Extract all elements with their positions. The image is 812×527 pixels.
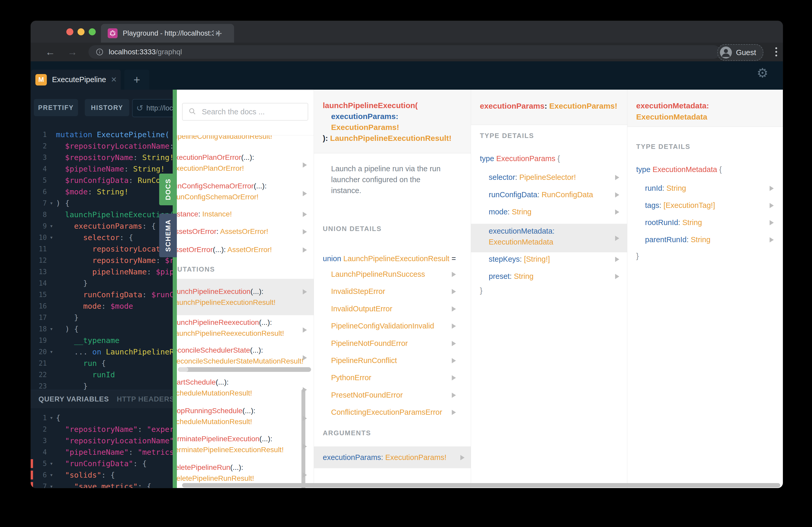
field-name: selector <box>489 173 515 181</box>
profile-button[interactable]: Guest <box>717 44 763 61</box>
union-member-InvalidStepError[interactable]: InvalidStepError <box>331 286 466 297</box>
query-editor[interactable]: 1mutation ExecutePipeline(2 $repositoryL… <box>31 120 173 390</box>
field-description: Launch a pipeline run via the run launch… <box>331 163 451 196</box>
docs-item-assetsOrError[interactable]: assetsOrError: AssetsOrError! <box>177 226 314 237</box>
history-button[interactable]: HISTORY <box>85 99 129 116</box>
code-text: runConfigData: $runConfigData <box>56 289 173 300</box>
tab-schema[interactable]: SCHEMA <box>159 214 177 257</box>
type-field-runConfigData[interactable]: runConfigData: RunConfigData <box>471 189 627 200</box>
docs-item-assetOrError[interactable]: assetOrError(...): AssetOrError! <box>177 244 314 255</box>
playground-header: M ExecutePipeline ✕ + ⚙ <box>31 61 783 90</box>
code-token: mode <box>83 302 101 311</box>
union-member-InvalidOutputError[interactable]: InvalidOutputError <box>331 303 466 314</box>
chevron-right-icon <box>615 209 619 215</box>
chevron-right-icon <box>452 341 456 346</box>
docs-item-partial[interactable]: PipelineConfigValidationResult! <box>178 135 272 142</box>
union-member-PresetNotFoundError[interactable]: PresetNotFoundError <box>331 390 466 401</box>
field-type: Instance! <box>202 210 232 218</box>
variables-editor[interactable]: 1▾{2 "repositoryName": "exper3 "reposito… <box>31 408 173 488</box>
docs-item-terminatePipelineExecution[interactable]: terminatePipelineExecution(...):Terminat… <box>177 434 314 455</box>
window-zoom-button[interactable] <box>89 28 96 35</box>
code-line: 20▾ ... on LaunchPipelineRunSuccess { <box>31 346 173 358</box>
type-field-rootRunId[interactable]: rootRunId: String <box>627 217 783 228</box>
window-minimize-button[interactable] <box>77 28 85 35</box>
type-field-selector[interactable]: selector: PipelineSelector! <box>471 172 627 183</box>
code-text: { <box>56 412 173 424</box>
line-number: 6 <box>31 469 47 481</box>
site-info-icon[interactable] <box>96 48 103 56</box>
docs-item-runConfigSchemaOrError[interactable]: runConfigSchemaOrError(...):RunConfigSch… <box>177 181 314 202</box>
chevron-right-icon <box>303 328 307 333</box>
prettify-button[interactable]: PRETTIFY <box>34 99 78 116</box>
type-field-mode[interactable]: mode: String <box>471 206 627 217</box>
type-field-stepKeys[interactable]: stepKeys: [String!] <box>471 254 627 265</box>
type-field-executionMetadata[interactable]: executionMetadata:ExecutionMetadata <box>471 224 627 252</box>
forward-button[interactable]: → <box>63 43 82 61</box>
code-token: "solids" <box>65 471 101 479</box>
union-member-LaunchPipelineRunSuccess[interactable]: LaunchPipelineRunSuccess <box>331 269 466 280</box>
playground-file-tab[interactable]: M ExecutePipeline ✕ <box>31 70 121 90</box>
endpoint-input[interactable]: ↺ http://loc <box>132 99 173 117</box>
docs-panel-edge[interactable] <box>173 90 177 488</box>
code-token: : <box>133 459 142 468</box>
code-token: : <box>142 222 151 230</box>
chevron-right-icon <box>303 355 307 360</box>
code-token: String! <box>97 187 129 196</box>
browser-tab-title: Playground - http://localhost:3 <box>123 29 214 37</box>
reset-endpoint-icon[interactable]: ↺ <box>136 103 143 113</box>
settings-gear-icon[interactable]: ⚙ <box>757 65 768 80</box>
code-line: 15 runConfigData: $runConfigData <box>31 289 173 300</box>
docs-item-stopRunningSchedule[interactable]: stopRunningSchedule(...):ScheduleMutatio… <box>177 405 314 427</box>
union-member-PipelineConfigValidationInvalid[interactable]: PipelineConfigValidationInvalid <box>331 320 466 331</box>
field-type: RunConfigData <box>541 191 593 199</box>
browser-menu-button[interactable] <box>775 47 777 56</box>
docs-item-startSchedule[interactable]: startSchedule(...):ScheduleMutationResul… <box>177 377 314 398</box>
playground-tab-close-icon[interactable]: ✕ <box>111 75 117 84</box>
url-host: localhost:3333 <box>109 48 156 56</box>
docs-item-launchPipelineReexecution[interactable]: launchPipelineReexecution(...):LaunchPip… <box>177 317 314 339</box>
chevron-right-icon <box>303 191 307 196</box>
docs-item-executionPlanOrError[interactable]: executionPlanOrError(...):ExecutionPlanO… <box>177 152 314 174</box>
docs-item-reconcileSchedulerState[interactable]: reconcileSchedulerState(...):ReconcileSc… <box>177 345 314 367</box>
union-member-ConflictingExecutionParamsError[interactable]: ConflictingExecutionParamsError <box>331 407 466 418</box>
code-token: "save_metrics" <box>74 482 137 488</box>
tab-http-headers[interactable]: HTTP HEADERS <box>117 395 173 403</box>
code-text: pipelineName: $pipelineName <box>56 266 173 277</box>
code-token: : <box>142 290 151 299</box>
field-name: launchPipelineExecution( <box>323 101 418 110</box>
type-field-runId[interactable]: runId: String <box>627 183 783 194</box>
union-member-PipelineRunConflict[interactable]: PipelineRunConflict <box>331 355 466 366</box>
type-field-tags[interactable]: tags: [ExecutionTag!] <box>627 200 783 211</box>
playground-new-tab-button[interactable]: + <box>124 70 149 90</box>
new-tab-button[interactable]: + <box>204 24 233 43</box>
docs-item-instance[interactable]: instance: Instance! <box>177 209 314 220</box>
tab-docs[interactable]: DOCS <box>159 174 177 205</box>
chevron-right-icon <box>770 186 774 191</box>
field-args: (...): <box>216 378 229 386</box>
code-text: } <box>56 380 173 390</box>
field-type: String <box>691 236 711 244</box>
code-line: 8 launchPipelineExecution( <box>31 209 173 220</box>
docs-search-input[interactable] <box>201 107 296 117</box>
fold-arrow <box>47 380 56 390</box>
editor-pane: PRETTIFY HISTORY ↺ http://loc 1mutation … <box>31 90 173 488</box>
back-button[interactable]: ← <box>41 43 59 61</box>
union-member-PythonError[interactable]: PythonError <box>331 372 466 383</box>
window-close-button[interactable] <box>66 28 73 35</box>
docs-list-horizontal-scrollbar[interactable] <box>178 367 311 372</box>
docs-horizontal-scrollbar[interactable] <box>182 483 780 487</box>
address-bar[interactable]: localhost:3333/graphql <box>88 45 721 59</box>
type-declaration: type ExecutionParams { <box>480 154 560 163</box>
docs-item-deletePipelineRun[interactable]: deletePipelineRun(...):DeletePipelineRun… <box>177 462 314 484</box>
chevron-right-icon <box>615 192 619 197</box>
docs-item-launchPipelineExecution[interactable]: launchPipelineExecution(...):LaunchPipel… <box>177 279 314 315</box>
union-member-PipelineNotFoundError[interactable]: PipelineNotFoundError <box>331 338 466 349</box>
field-args: : <box>216 227 218 236</box>
field-type: String <box>666 184 686 192</box>
tab-query-variables[interactable]: QUERY VARIABLES <box>39 395 109 403</box>
type-field-preset[interactable]: preset: String <box>471 271 627 282</box>
type-field-parentRunId[interactable]: parentRunId: String <box>627 234 783 245</box>
argument-row[interactable]: executionParams: ExecutionParams! <box>314 447 471 468</box>
colon: : <box>687 236 691 244</box>
docs-search[interactable] <box>182 103 308 121</box>
